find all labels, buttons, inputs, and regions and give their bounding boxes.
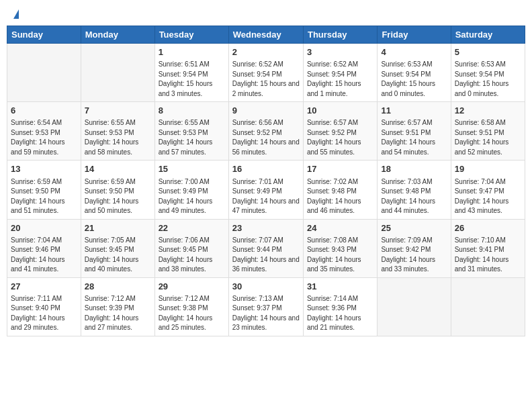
day-number: 27 [11,281,77,293]
calendar-cell: 16Sunrise: 7:01 AMSunset: 9:49 PMDayligh… [228,161,303,219]
day-number: 5 [455,46,521,58]
day-number: 6 [11,105,77,117]
calendar-cell: 13Sunrise: 6:59 AMSunset: 9:50 PMDayligh… [7,161,81,219]
day-info: Sunrise: 6:52 AMSunset: 9:54 PMDaylight:… [232,60,300,99]
week-row-5: 27Sunrise: 7:11 AMSunset: 9:40 PMDayligh… [7,277,525,336]
day-number: 7 [85,105,151,117]
day-number: 15 [159,163,225,175]
day-number: 26 [455,222,521,234]
day-number: 31 [307,281,373,293]
day-number: 22 [159,222,225,234]
day-number: 28 [85,281,151,293]
day-number: 9 [232,105,300,117]
day-number: 8 [159,105,225,117]
day-number: 20 [11,222,77,234]
day-info: Sunrise: 6:51 AMSunset: 9:54 PMDaylight:… [159,60,225,99]
week-row-2: 6Sunrise: 6:54 AMSunset: 9:53 PMDaylight… [7,102,525,161]
day-number: 14 [85,163,151,175]
week-row-1: 1Sunrise: 6:51 AMSunset: 9:54 PMDaylight… [7,44,525,102]
day-info: Sunrise: 7:10 AMSunset: 9:41 PMDaylight:… [455,236,521,275]
calendar-cell: 8Sunrise: 6:55 AMSunset: 9:53 PMDaylight… [154,102,228,161]
calendar-cell: 30Sunrise: 7:13 AMSunset: 9:37 PMDayligh… [228,277,303,336]
day-info: Sunrise: 7:02 AMSunset: 9:48 PMDaylight:… [307,177,373,216]
day-number: 25 [381,222,447,234]
week-row-3: 13Sunrise: 6:59 AMSunset: 9:50 PMDayligh… [7,161,525,219]
day-number: 4 [381,46,447,58]
day-info: Sunrise: 7:05 AMSunset: 9:45 PMDaylight:… [85,236,151,275]
day-number: 2 [232,46,300,58]
calendar-cell: 3Sunrise: 6:52 AMSunset: 9:54 PMDaylight… [303,44,377,102]
calendar-cell: 21Sunrise: 7:05 AMSunset: 9:45 PMDayligh… [81,219,154,277]
day-info: Sunrise: 6:55 AMSunset: 9:53 PMDaylight:… [159,118,225,157]
day-number: 13 [11,163,77,175]
day-number: 30 [232,281,300,293]
day-info: Sunrise: 7:14 AMSunset: 9:36 PMDaylight:… [307,294,373,333]
day-info: Sunrise: 7:13 AMSunset: 9:37 PMDaylight:… [232,294,300,333]
calendar-cell: 9Sunrise: 6:56 AMSunset: 9:52 PMDaylight… [228,102,303,161]
calendar-cell: 26Sunrise: 7:10 AMSunset: 9:41 PMDayligh… [451,219,525,277]
day-info: Sunrise: 7:12 AMSunset: 9:39 PMDaylight:… [85,294,151,333]
day-info: Sunrise: 6:57 AMSunset: 9:52 PMDaylight:… [307,118,373,157]
day-number: 3 [307,46,373,58]
weekday-header-monday: Monday [81,26,154,44]
calendar-cell: 5Sunrise: 6:53 AMSunset: 9:54 PMDaylight… [451,44,525,102]
week-row-4: 20Sunrise: 7:04 AMSunset: 9:46 PMDayligh… [7,219,525,277]
day-info: Sunrise: 7:11 AMSunset: 9:40 PMDaylight:… [11,294,77,333]
day-info: Sunrise: 7:01 AMSunset: 9:49 PMDaylight:… [232,177,300,216]
day-number: 17 [307,163,373,175]
calendar-cell: 6Sunrise: 6:54 AMSunset: 9:53 PMDaylight… [7,102,81,161]
day-info: Sunrise: 7:04 AMSunset: 9:47 PMDaylight:… [455,177,521,216]
day-info: Sunrise: 6:53 AMSunset: 9:54 PMDaylight:… [381,60,447,99]
weekday-header-wednesday: Wednesday [228,26,303,44]
day-number: 29 [159,281,225,293]
calendar-cell: 28Sunrise: 7:12 AMSunset: 9:39 PMDayligh… [81,277,154,336]
logo-triangle-icon [13,9,19,19]
calendar-cell: 24Sunrise: 7:08 AMSunset: 9:43 PMDayligh… [303,219,377,277]
calendar-cell [7,44,81,102]
day-info: Sunrise: 7:06 AMSunset: 9:45 PMDaylight:… [159,236,225,275]
day-info: Sunrise: 6:52 AMSunset: 9:54 PMDaylight:… [307,60,373,99]
day-number: 11 [381,105,447,117]
day-number: 10 [307,105,373,117]
day-number: 23 [232,222,300,234]
calendar-cell: 27Sunrise: 7:11 AMSunset: 9:40 PMDayligh… [7,277,81,336]
day-info: Sunrise: 7:04 AMSunset: 9:46 PMDaylight:… [11,236,77,275]
day-info: Sunrise: 7:12 AMSunset: 9:38 PMDaylight:… [159,294,225,333]
weekday-header-friday: Friday [378,26,451,44]
calendar-cell: 7Sunrise: 6:55 AMSunset: 9:53 PMDaylight… [81,102,154,161]
calendar-cell: 12Sunrise: 6:58 AMSunset: 9:51 PMDayligh… [451,102,525,161]
calendar-cell: 22Sunrise: 7:06 AMSunset: 9:45 PMDayligh… [154,219,228,277]
calendar-cell [81,44,154,102]
day-info: Sunrise: 6:58 AMSunset: 9:51 PMDaylight:… [455,118,521,157]
day-info: Sunrise: 7:07 AMSunset: 9:44 PMDaylight:… [232,236,300,275]
day-number: 19 [455,163,521,175]
day-info: Sunrise: 7:00 AMSunset: 9:49 PMDaylight:… [159,177,225,216]
calendar-cell: 23Sunrise: 7:07 AMSunset: 9:44 PMDayligh… [228,219,303,277]
calendar-cell: 4Sunrise: 6:53 AMSunset: 9:54 PMDaylight… [378,44,451,102]
calendar-cell: 15Sunrise: 7:00 AMSunset: 9:49 PMDayligh… [154,161,228,219]
calendar-cell: 19Sunrise: 7:04 AMSunset: 9:47 PMDayligh… [451,161,525,219]
day-number: 24 [307,222,373,234]
calendar-cell: 1Sunrise: 6:51 AMSunset: 9:54 PMDaylight… [154,44,228,102]
page-header [7,7,525,21]
day-info: Sunrise: 6:55 AMSunset: 9:53 PMDaylight:… [85,118,151,157]
calendar-cell: 10Sunrise: 6:57 AMSunset: 9:52 PMDayligh… [303,102,377,161]
calendar-table: SundayMondayTuesdayWednesdayThursdayFrid… [7,26,525,336]
day-number: 18 [381,163,447,175]
calendar-cell: 11Sunrise: 6:57 AMSunset: 9:51 PMDayligh… [378,102,451,161]
calendar-cell: 14Sunrise: 6:59 AMSunset: 9:50 PMDayligh… [81,161,154,219]
calendar-cell: 31Sunrise: 7:14 AMSunset: 9:36 PMDayligh… [303,277,377,336]
day-info: Sunrise: 7:08 AMSunset: 9:43 PMDaylight:… [307,236,373,275]
day-number: 1 [159,46,225,58]
day-number: 16 [232,163,300,175]
day-info: Sunrise: 7:03 AMSunset: 9:48 PMDaylight:… [381,177,447,216]
day-info: Sunrise: 6:59 AMSunset: 9:50 PMDaylight:… [85,177,151,216]
day-info: Sunrise: 6:54 AMSunset: 9:53 PMDaylight:… [11,118,77,157]
weekday-header-row: SundayMondayTuesdayWednesdayThursdayFrid… [7,26,525,44]
calendar-cell [378,277,451,336]
weekday-header-sunday: Sunday [7,26,81,44]
day-info: Sunrise: 6:59 AMSunset: 9:50 PMDaylight:… [11,177,77,216]
weekday-header-thursday: Thursday [303,26,377,44]
day-info: Sunrise: 6:53 AMSunset: 9:54 PMDaylight:… [455,60,521,99]
calendar-cell: 29Sunrise: 7:12 AMSunset: 9:38 PMDayligh… [154,277,228,336]
